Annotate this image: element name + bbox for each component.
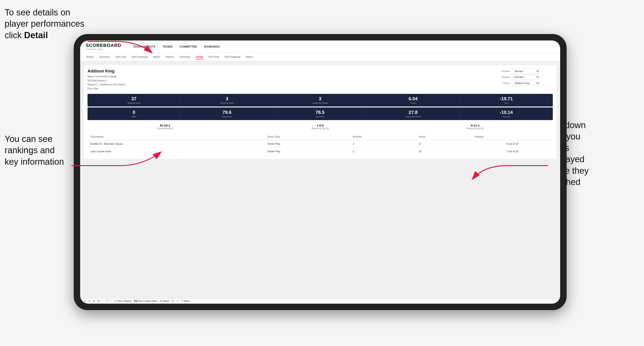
save-icon: 💾: [134, 300, 137, 302]
stat-conference-rank: 3 Conference Rank: [274, 94, 367, 107]
share-icon: ↗: [181, 300, 183, 302]
watch-btn[interactable]: 👁 Watch: [160, 300, 169, 302]
player-filters: Gender Women Men Division NJCAA I NJCAA …: [498, 69, 553, 85]
tablet-btn[interactable]: ⊡: [172, 300, 174, 302]
stat-national-rank-label: National Rank: [90, 102, 178, 104]
stat-national-rank: 37 National Rank: [88, 94, 180, 107]
record-overall: 91-20-1 Overall Record: [88, 124, 242, 130]
stat-sos-label: SoS: [462, 102, 550, 104]
stat-avg-score-par: 27.8 Avg Score to Par: [367, 107, 460, 120]
nav-tournaments[interactable]: TOURNAMENTS: [133, 45, 156, 48]
tab-h2h-grid2[interactable]: H2H Grid: [208, 55, 220, 59]
player-school: Mesa Community College: [88, 75, 125, 79]
stat-sos: -19.71 SoS: [460, 94, 553, 107]
stat-avg-score-par-value: 27.8: [370, 110, 457, 115]
bottom-toolbar: ↺ ↻ ⊖ ⊕ | 🕐 | ⊙ View: Original 💾 Save Cu…: [80, 298, 560, 304]
tab-matrix2[interactable]: Matrix: [246, 55, 253, 59]
filter-gender-row: Gender Women Men: [498, 69, 553, 73]
tablet-screen: SCOREBOARD Powered by clippd TOURNAMENTS…: [80, 40, 560, 304]
division-label: Division: [498, 76, 510, 78]
watch-label: Watch: [162, 300, 169, 302]
tournament-name-1: Estella CC- Mountain Classic: [88, 140, 265, 148]
sub-tabs: Teams Summary H2H Grid H2H Heatmap Matri…: [80, 53, 560, 61]
stat-avg-score-label: Avg Score: [183, 116, 271, 118]
zoom-in-btn[interactable]: ⊕: [98, 300, 100, 302]
toolbar-sep1: |: [102, 300, 103, 302]
gender-label: Gender: [498, 70, 510, 72]
stat-avg-sg: -10.14 Avg SG: [460, 107, 553, 120]
watch-icon: 👁: [160, 300, 162, 302]
nav-items: TOURNAMENTS TEAMS COMMITTEE RANKINGS: [133, 45, 220, 48]
tab-teams[interactable]: Teams: [86, 55, 94, 59]
annotation-bottom-left: You can see rankings and key information: [4, 133, 83, 168]
logo-area: SCOREBOARD Powered by clippd: [86, 43, 121, 50]
tab-h2h-heatmap[interactable]: H2H Heatmap: [131, 55, 148, 59]
tab-matrix[interactable]: Matrix: [153, 55, 160, 59]
tab-players[interactable]: Players: [165, 55, 174, 59]
clock-btn[interactable]: 🕐: [106, 300, 108, 302]
table-row: Lady Coyote Invite Stroke Play 2 16 7 ou…: [88, 148, 553, 155]
table-row: Estella CC- Mountain Classic Stroke Play…: [88, 140, 553, 148]
player-division: NJCAA Division 1: [88, 79, 125, 83]
stat-conference-rank-label: Conference Rank: [276, 102, 364, 104]
stat-wins-label: Wins: [90, 116, 178, 118]
col-score: Score: [416, 133, 472, 140]
tab-h2h-grid[interactable]: H2H Grid: [115, 55, 126, 59]
stat-adj-score-label: Adj Score: [276, 116, 364, 118]
stats-row2: 0 Wins 79.6 Avg Score 78.5 Adj Score 27.…: [88, 107, 553, 120]
filter-player-row: Player Addison King: [498, 81, 553, 85]
stat-avg-sg-label: Avg SG: [462, 116, 550, 118]
stat-national-rank-value: 37: [90, 96, 178, 101]
zoom-out-btn[interactable]: ⊖: [93, 300, 95, 302]
logo-powered: Powered by clippd: [86, 48, 103, 50]
nav-rankings[interactable]: RANKINGS: [204, 45, 220, 48]
tab-detail[interactable]: Detail: [196, 55, 204, 59]
tab-summary2[interactable]: Summary: [179, 55, 191, 59]
nav-teams[interactable]: TEAMS: [162, 45, 173, 48]
tab-h2h-heatmap2[interactable]: H2H Heatmap: [224, 55, 241, 59]
record-top25: 1-5-0 Record vs top 25: [242, 124, 398, 130]
tablet-frame: SCOREBOARD Powered by clippd TOURNAMENTS…: [74, 34, 566, 310]
navbar: SCOREBOARD Powered by clippd TOURNAMENTS…: [80, 40, 560, 53]
player-header: Addison King Mesa Community College NJCA…: [88, 69, 553, 91]
stat-wins: 0 Wins: [88, 107, 180, 120]
score-2: 16: [416, 148, 472, 155]
event-type-2: Stroke Play: [265, 148, 350, 155]
score-1: 17: [416, 140, 472, 148]
nav-committee[interactable]: COMMITTEE: [180, 45, 198, 48]
col-empty: [224, 133, 265, 140]
division-select[interactable]: NJCAA I NJCAA II: [512, 75, 540, 79]
gender-select[interactable]: Women Men: [512, 69, 540, 73]
position-1: 4 out of 20: [472, 140, 553, 148]
player-info: Addison King Mesa Community College NJCA…: [88, 69, 125, 91]
stat-avg-sg-value: -10.14: [462, 110, 550, 115]
col-rounds: Rounds: [350, 133, 416, 140]
records-row: 91-20-1 Overall Record 1-5-0 Record vs t…: [88, 122, 553, 132]
player-label: Player: [498, 82, 510, 84]
fullscreen-btn[interactable]: ⤢: [176, 300, 178, 302]
stat-sos-value: -19.71: [462, 96, 550, 101]
logo-scoreboard: SCOREBOARD: [86, 43, 121, 48]
stat-points: 6.04 Points: [367, 94, 460, 107]
share-btn[interactable]: ↗ Share: [181, 300, 190, 302]
tournament-table: Tournament Event Type Rounds Score Posit…: [88, 133, 553, 155]
tab-summary[interactable]: Summary: [98, 55, 110, 59]
stats-row1: 37 National Rank 3 Regional Rank 3 Confe…: [88, 94, 553, 107]
player-select[interactable]: Addison King: [512, 81, 540, 85]
view-original-btn[interactable]: ⊙ View: Original: [114, 300, 131, 302]
player-region: Region 1 - Southwest (18) District: [88, 83, 125, 87]
stat-conference-rank-value: 3: [276, 96, 364, 101]
view-original-label: View: Original: [117, 300, 131, 302]
col-tournament: Tournament: [88, 133, 224, 140]
main-content: Addison King Mesa Community College NJCA…: [80, 61, 560, 298]
undo-btn[interactable]: ↺: [84, 300, 86, 302]
redo-btn[interactable]: ↻: [88, 300, 90, 302]
col-event-type: Event Type: [265, 133, 350, 140]
record-top50-value: 5-11-1: [398, 124, 553, 127]
save-custom-btn[interactable]: 💾 Save Custom View: [134, 300, 157, 302]
position-2: 7 out of 20: [472, 148, 553, 155]
stat-avg-score: 79.6 Avg Score: [180, 107, 274, 120]
record-top50: 5-11-1 Record vs top 50: [398, 124, 553, 130]
record-overall-value: 91-20-1: [88, 124, 242, 127]
stat-points-label: Points: [370, 102, 457, 104]
